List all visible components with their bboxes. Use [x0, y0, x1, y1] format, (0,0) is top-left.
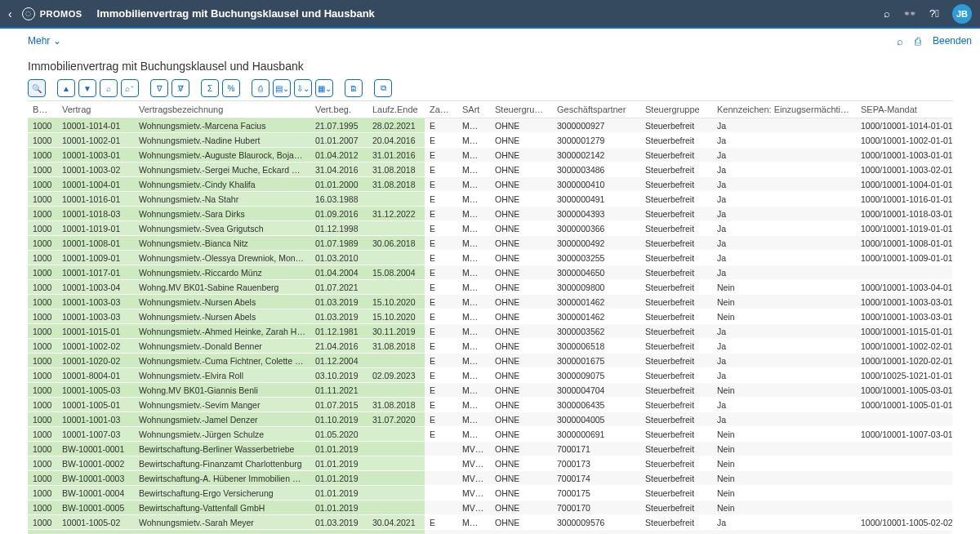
help-icon[interactable]: ?⃝: [929, 7, 939, 20]
table-cell: Ja: [712, 207, 856, 221]
print-button[interactable]: ⎙: [252, 79, 270, 97]
table-cell: 1000/10025-1021-01-01: [856, 368, 952, 383]
layout-dropdown[interactable]: ▦⌄: [315, 79, 333, 97]
table-row[interactable]: 100010001-1019-01Wohnungsmietv.-Svea Gri…: [28, 221, 952, 236]
table-row[interactable]: 100010001-1003-03Wohnungsmietv.-Nursen A…: [28, 295, 952, 309]
table-row[interactable]: 1000BW-10001-0003Bewirtschaftung-A. Hübe…: [28, 471, 952, 486]
table-row[interactable]: 100010001-1005-01Wohnungsmietv.-Sevim Ma…: [28, 398, 952, 412]
column-header[interactable]: Steuergruppe: [490, 101, 552, 118]
find-next-button[interactable]: ⌕⁺: [121, 79, 139, 97]
sort-asc-button[interactable]: ▲: [57, 79, 75, 97]
table-row[interactable]: 100010001-1011-02Wohnungsmietv.-Karola L…: [28, 530, 952, 535]
table-row[interactable]: 100010001-1015-01Wohnungsmietv.-Ahmed He…: [28, 324, 952, 339]
table-cell: 31.07.2020: [368, 412, 425, 427]
table-row[interactable]: 100010001-1020-02Wohnungsmietv.-Cuma Fic…: [28, 354, 952, 368]
table-cell: 1000/10001-1003-04-01: [856, 280, 952, 295]
details-button[interactable]: 🔍: [28, 79, 46, 97]
table-row[interactable]: 1000BW-10001-0002Bewirtschaftung-Finanza…: [28, 456, 952, 471]
table-cell: 31.08.2018: [368, 177, 425, 192]
sort-desc-button[interactable]: ▼: [78, 79, 96, 97]
table-cell: Wohnungsmietv.-Nadine Hubert: [134, 133, 310, 148]
table-cell: 1000/10001-1003-02-01: [856, 162, 952, 177]
table-cell: MWST: [457, 162, 490, 177]
info-button[interactable]: 🗎: [345, 79, 363, 97]
table-cell: 01.01.2019: [310, 471, 368, 486]
avatar[interactable]: JB: [952, 4, 972, 24]
table-cell: 3000001462: [552, 295, 640, 309]
table-cell: MWST: [457, 133, 490, 148]
table-cell: 10001-1003-04: [57, 280, 134, 295]
table-row[interactable]: 100010001-1001-03Wohnungsmietv.-Jamel De…: [28, 412, 952, 427]
table-row[interactable]: 100010001-1003-02Wohnungsmietv.-Sergei M…: [28, 162, 952, 177]
table-row[interactable]: 100010001-1017-01Wohnungsmietv.-Riccardo…: [28, 265, 952, 280]
column-header[interactable]: Laufz.Ende: [368, 101, 425, 118]
table-row[interactable]: 1000BW-10001-0005Bewirtschaftung-Vattenf…: [28, 501, 952, 515]
table-row[interactable]: 100010001-8004-01Wohnungsmietv.-Elvira R…: [28, 368, 952, 383]
table-cell: 1000/10001-1020-02-01: [856, 354, 952, 368]
table-row[interactable]: 100010001-1003-03Wohnungsmietv.-Nursen A…: [28, 309, 952, 324]
table-row[interactable]: 100010001-1014-01Wohnungsmietv.-Marcena …: [28, 118, 952, 133]
table-row[interactable]: 100010001-1002-01Wohnungsmietv.-Nadine H…: [28, 133, 952, 148]
table-cell: Wohnungsmietv.-Bianca Nitz: [134, 236, 310, 251]
table-cell: Steuerbefreit: [640, 486, 712, 501]
table-cell: E: [425, 515, 457, 530]
column-header[interactable]: Geschäftspartner: [552, 101, 640, 118]
expand-button[interactable]: ⧉: [374, 79, 392, 97]
search-icon[interactable]: ⌕: [897, 35, 903, 47]
brand-logo[interactable]: ◌ PROMOS: [22, 7, 82, 20]
table-cell: Steuerbefreit: [640, 207, 712, 221]
table-cell: 16.03.1988: [310, 192, 368, 207]
table-cell: Steuerbefreit: [640, 471, 712, 486]
table-row[interactable]: 100010001-1007-03Wohnungsmietv.-Jürgen S…: [28, 427, 952, 442]
filter-clear-button[interactable]: ∇̸: [172, 79, 189, 97]
table-row[interactable]: 100010001-1004-01Wohnungsmietv.-Cindy Kh…: [28, 177, 952, 192]
table-cell: BW-10001-0004: [57, 486, 134, 501]
export-dropdown[interactable]: ⇩⌄: [294, 79, 312, 97]
table-cell: OHNE: [490, 368, 552, 383]
search-icon[interactable]: ⌕: [884, 7, 890, 20]
column-header[interactable]: SArt: [457, 101, 490, 118]
table-cell: MWST: [457, 236, 490, 251]
table-row[interactable]: 100010001-1016-01Wohnungsmietv.-Na Stahr…: [28, 192, 952, 207]
table-row[interactable]: 1000BW-10001-0001Bewirtschaftung-Berline…: [28, 442, 952, 456]
table-row[interactable]: 100010001-1005-03Wohng.MV BK01-Giannis B…: [28, 383, 952, 398]
table-row[interactable]: 100010001-1008-01Wohnungsmietv.-Bianca N…: [28, 236, 952, 251]
table-cell: Steuerbefreit: [640, 177, 712, 192]
table-row[interactable]: 100010001-1003-04Wohng.MV BK01-Sabine Ra…: [28, 280, 952, 295]
more-dropdown[interactable]: Mehr ⌄: [28, 35, 61, 47]
table-cell: OHNE: [490, 192, 552, 207]
table-row[interactable]: 100010001-1002-02Wohnungsmietv.-Donald B…: [28, 339, 952, 354]
table-cell: Steuerbefreit: [640, 162, 712, 177]
filter-button[interactable]: ∇: [150, 79, 168, 97]
table-cell: E: [425, 265, 457, 280]
column-header[interactable]: Zahlw: [425, 101, 457, 118]
table-row[interactable]: 1000BW-10001-0004Bewirtschaftung-Ergo Ve…: [28, 486, 952, 501]
column-header[interactable]: Vertragsbezeichnung: [134, 101, 310, 118]
column-header[interactable]: Vert.beg.: [310, 101, 368, 118]
table-cell: 10001-1014-01: [57, 118, 134, 133]
column-header[interactable]: SEPA-Mandat: [856, 101, 952, 118]
table-cell: MWST: [457, 221, 490, 236]
back-button[interactable]: ‹: [8, 7, 12, 20]
table-cell: 01.07.1989: [310, 236, 368, 251]
table-row[interactable]: 100010001-1018-03Wohnungsmietv.-Sara Dir…: [28, 207, 952, 221]
table-row[interactable]: 100010001-1005-02Wohnungsmietv.-Sarah Me…: [28, 515, 952, 530]
table-cell: 01.01.2000: [310, 177, 368, 192]
table-cell: OHNE: [490, 530, 552, 535]
find-button[interactable]: ⌕: [100, 79, 118, 97]
table-cell: 01.05.2020: [310, 427, 368, 442]
binoculars-icon[interactable]: 👓: [903, 7, 916, 20]
table-cell: Wohnungsmietv.-Na Stahr: [134, 192, 310, 207]
table-row[interactable]: 100010001-1009-01Wohnungsmietv.-Olessya …: [28, 251, 952, 265]
exit-link[interactable]: Beenden: [933, 35, 972, 47]
subtotal-button[interactable]: %: [222, 79, 240, 97]
sum-button[interactable]: Σ: [201, 79, 219, 97]
table-cell: 3000006435: [552, 398, 640, 412]
column-header[interactable]: Kennzeichen: Einzugsermächtigung: [712, 101, 856, 118]
column-header[interactable]: Vertrag: [57, 101, 134, 118]
column-header[interactable]: BuKr: [28, 101, 57, 118]
table-row[interactable]: 100010001-1003-01Wohnungsmietv.-Auguste …: [28, 148, 952, 162]
column-header[interactable]: Steuergruppe: [640, 101, 712, 118]
view-dropdown[interactable]: ▤⌄: [273, 79, 291, 97]
print-icon[interactable]: ⎙: [915, 35, 921, 47]
